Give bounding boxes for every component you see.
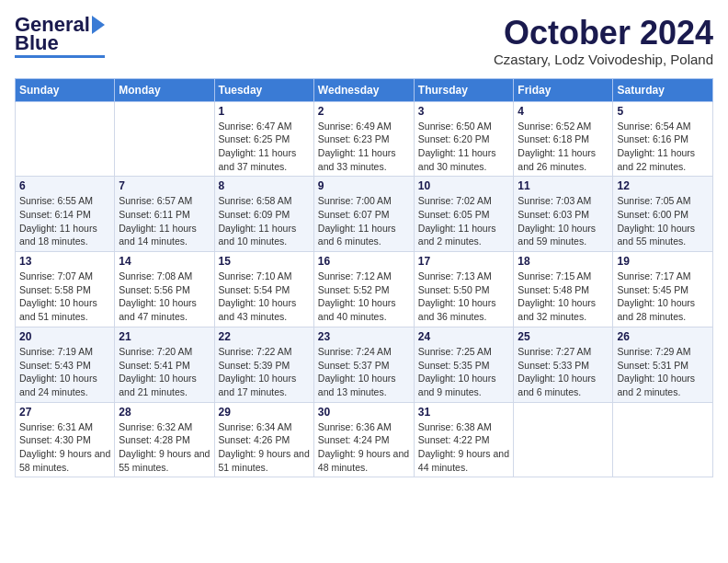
day-info: Sunrise: 6:34 AM Sunset: 4:26 PM Dayligh… <box>219 420 310 475</box>
calendar-cell: 22Sunrise: 7:22 AM Sunset: 5:39 PM Dayli… <box>214 327 313 402</box>
day-number: 30 <box>318 406 410 419</box>
day-info: Sunrise: 7:05 AM Sunset: 6:00 PM Dayligh… <box>617 194 709 248</box>
logo-arrow-icon <box>92 16 105 34</box>
day-number: 1 <box>219 105 310 118</box>
day-info: Sunrise: 6:47 AM Sunset: 6:25 PM Dayligh… <box>219 120 310 174</box>
calendar-cell: 19Sunrise: 7:17 AM Sunset: 5:45 PM Dayli… <box>613 252 713 327</box>
day-info: Sunrise: 7:00 AM Sunset: 6:07 PM Dayligh… <box>318 194 410 248</box>
calendar-cell: 30Sunrise: 6:36 AM Sunset: 4:24 PM Dayli… <box>313 402 414 477</box>
calendar-cell: 9Sunrise: 7:00 AM Sunset: 6:07 PM Daylig… <box>313 177 414 252</box>
day-info: Sunrise: 7:20 AM Sunset: 5:41 PM Dayligh… <box>119 345 210 399</box>
day-number: 31 <box>418 406 510 419</box>
page-header: General Blue October 2024 Czastary, Lodz… <box>15 15 713 67</box>
calendar-week-row: 6Sunrise: 6:55 AM Sunset: 6:14 PM Daylig… <box>16 177 713 252</box>
title-block: October 2024 Czastary, Lodz Voivodeship,… <box>494 15 713 67</box>
calendar-cell: 7Sunrise: 6:57 AM Sunset: 6:11 PM Daylig… <box>115 177 214 252</box>
day-number: 28 <box>119 406 210 419</box>
day-number: 22 <box>219 330 310 343</box>
day-info: Sunrise: 6:31 AM Sunset: 4:30 PM Dayligh… <box>19 420 110 475</box>
calendar-cell <box>16 101 115 177</box>
calendar-cell: 27Sunrise: 6:31 AM Sunset: 4:30 PM Dayli… <box>16 402 115 477</box>
calendar-cell: 13Sunrise: 7:07 AM Sunset: 5:58 PM Dayli… <box>16 252 115 327</box>
day-info: Sunrise: 7:08 AM Sunset: 5:56 PM Dayligh… <box>119 270 210 324</box>
day-info: Sunrise: 7:29 AM Sunset: 5:31 PM Dayligh… <box>617 345 709 399</box>
calendar-cell: 29Sunrise: 6:34 AM Sunset: 4:26 PM Dayli… <box>214 402 313 477</box>
logo-blue: Blue <box>15 33 59 53</box>
day-number: 26 <box>617 330 709 343</box>
calendar-cell: 24Sunrise: 7:25 AM Sunset: 5:35 PM Dayli… <box>414 327 514 402</box>
day-number: 11 <box>518 179 609 192</box>
calendar-cell: 25Sunrise: 7:27 AM Sunset: 5:33 PM Dayli… <box>514 327 613 402</box>
calendar-week-row: 27Sunrise: 6:31 AM Sunset: 4:30 PM Dayli… <box>16 402 713 477</box>
calendar-cell: 8Sunrise: 6:58 AM Sunset: 6:09 PM Daylig… <box>214 177 313 252</box>
day-info: Sunrise: 6:54 AM Sunset: 6:16 PM Dayligh… <box>617 120 709 174</box>
calendar-cell <box>115 101 214 177</box>
day-info: Sunrise: 6:57 AM Sunset: 6:11 PM Dayligh… <box>119 194 210 248</box>
weekday-header-friday: Friday <box>514 78 613 101</box>
calendar-cell: 5Sunrise: 6:54 AM Sunset: 6:16 PM Daylig… <box>613 101 713 177</box>
month-title: October 2024 <box>494 15 713 52</box>
calendar-cell: 4Sunrise: 6:52 AM Sunset: 6:18 PM Daylig… <box>514 101 613 177</box>
day-info: Sunrise: 6:38 AM Sunset: 4:22 PM Dayligh… <box>418 420 510 475</box>
day-info: Sunrise: 6:36 AM Sunset: 4:24 PM Dayligh… <box>318 420 410 475</box>
day-number: 12 <box>617 179 709 192</box>
day-info: Sunrise: 6:55 AM Sunset: 6:14 PM Dayligh… <box>19 194 110 248</box>
day-number: 5 <box>617 105 709 118</box>
calendar-week-row: 20Sunrise: 7:19 AM Sunset: 5:43 PM Dayli… <box>16 327 713 402</box>
day-info: Sunrise: 7:03 AM Sunset: 6:03 PM Dayligh… <box>518 194 609 248</box>
weekday-header-sunday: Sunday <box>16 78 115 101</box>
day-number: 4 <box>518 105 609 118</box>
day-number: 2 <box>318 105 410 118</box>
calendar-cell: 11Sunrise: 7:03 AM Sunset: 6:03 PM Dayli… <box>514 177 613 252</box>
weekday-header-thursday: Thursday <box>414 78 514 101</box>
day-number: 21 <box>119 330 210 343</box>
weekday-header-saturday: Saturday <box>613 78 713 101</box>
day-number: 16 <box>318 255 410 268</box>
calendar-cell: 28Sunrise: 6:32 AM Sunset: 4:28 PM Dayli… <box>115 402 214 477</box>
calendar-cell: 10Sunrise: 7:02 AM Sunset: 6:05 PM Dayli… <box>414 177 514 252</box>
calendar-cell: 26Sunrise: 7:29 AM Sunset: 5:31 PM Dayli… <box>613 327 713 402</box>
day-number: 23 <box>318 330 410 343</box>
day-info: Sunrise: 7:22 AM Sunset: 5:39 PM Dayligh… <box>219 345 310 399</box>
calendar-week-row: 13Sunrise: 7:07 AM Sunset: 5:58 PM Dayli… <box>16 252 713 327</box>
day-number: 19 <box>617 255 709 268</box>
calendar-cell: 17Sunrise: 7:13 AM Sunset: 5:50 PM Dayli… <box>414 252 514 327</box>
day-number: 13 <box>19 255 110 268</box>
day-info: Sunrise: 7:10 AM Sunset: 5:54 PM Dayligh… <box>219 270 310 324</box>
day-number: 24 <box>418 330 510 343</box>
day-info: Sunrise: 7:17 AM Sunset: 5:45 PM Dayligh… <box>617 270 709 324</box>
day-number: 17 <box>418 255 510 268</box>
calendar-cell: 2Sunrise: 6:49 AM Sunset: 6:23 PM Daylig… <box>313 101 414 177</box>
day-info: Sunrise: 6:52 AM Sunset: 6:18 PM Dayligh… <box>518 120 609 174</box>
calendar-table: SundayMondayTuesdayWednesdayThursdayFrid… <box>15 78 713 478</box>
day-number: 27 <box>19 406 110 419</box>
calendar-cell: 18Sunrise: 7:15 AM Sunset: 5:48 PM Dayli… <box>514 252 613 327</box>
day-info: Sunrise: 7:12 AM Sunset: 5:52 PM Dayligh… <box>318 270 410 324</box>
calendar-cell: 14Sunrise: 7:08 AM Sunset: 5:56 PM Dayli… <box>115 252 214 327</box>
calendar-cell: 16Sunrise: 7:12 AM Sunset: 5:52 PM Dayli… <box>313 252 414 327</box>
day-info: Sunrise: 7:07 AM Sunset: 5:58 PM Dayligh… <box>19 270 110 324</box>
calendar-cell: 31Sunrise: 6:38 AM Sunset: 4:22 PM Dayli… <box>414 402 514 477</box>
weekday-header-tuesday: Tuesday <box>214 78 313 101</box>
day-number: 14 <box>119 255 210 268</box>
logo-line <box>15 55 105 58</box>
day-number: 9 <box>318 179 410 192</box>
calendar-cell: 23Sunrise: 7:24 AM Sunset: 5:37 PM Dayli… <box>313 327 414 402</box>
calendar-cell: 12Sunrise: 7:05 AM Sunset: 6:00 PM Dayli… <box>613 177 713 252</box>
day-number: 25 <box>518 330 609 343</box>
day-info: Sunrise: 6:58 AM Sunset: 6:09 PM Dayligh… <box>219 194 310 248</box>
day-number: 8 <box>219 179 310 192</box>
day-number: 3 <box>418 105 510 118</box>
calendar-cell: 3Sunrise: 6:50 AM Sunset: 6:20 PM Daylig… <box>414 101 514 177</box>
weekday-header-monday: Monday <box>115 78 214 101</box>
calendar-cell: 21Sunrise: 7:20 AM Sunset: 5:41 PM Dayli… <box>115 327 214 402</box>
calendar-body: 1Sunrise: 6:47 AM Sunset: 6:25 PM Daylig… <box>16 101 713 477</box>
day-info: Sunrise: 6:50 AM Sunset: 6:20 PM Dayligh… <box>418 120 510 174</box>
day-info: Sunrise: 6:32 AM Sunset: 4:28 PM Dayligh… <box>119 420 210 475</box>
day-number: 6 <box>19 179 110 192</box>
calendar-cell: 20Sunrise: 7:19 AM Sunset: 5:43 PM Dayli… <box>16 327 115 402</box>
calendar-week-row: 1Sunrise: 6:47 AM Sunset: 6:25 PM Daylig… <box>16 101 713 177</box>
calendar-cell: 15Sunrise: 7:10 AM Sunset: 5:54 PM Dayli… <box>214 252 313 327</box>
calendar-cell <box>613 402 713 477</box>
day-info: Sunrise: 7:27 AM Sunset: 5:33 PM Dayligh… <box>518 345 609 399</box>
